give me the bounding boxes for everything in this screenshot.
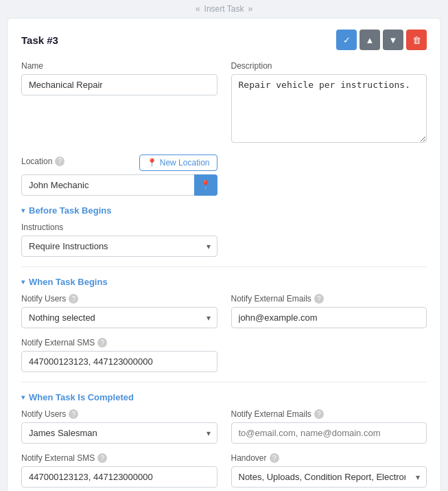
insert-task-top[interactable]: « Insert Task » — [0, 0, 448, 18]
name-description-row: Name Description Repair vehicle per inst… — [21, 61, 427, 145]
when-begins-notify-users-select[interactable]: Nothing selected — [21, 307, 217, 328]
when-begins-notify-emails-col: Notify External Emails ? — [231, 294, 427, 328]
when-task-completed-header[interactable]: ▾ When Task Is Completed — [21, 392, 427, 402]
instructions-col: Instructions Require Instructions ▾ — [21, 222, 217, 257]
insert-task-top-right-arrow: » — [248, 4, 252, 14]
location-label: Location ? — [21, 157, 64, 166]
when-completed-handover-select-wrapper: Notes, Uploads, Condition Report, Electr… — [231, 466, 427, 488]
when-begins-notify-users-col: Notify Users ? Nothing selected ▾ — [21, 294, 217, 328]
instructions-spacer — [231, 222, 427, 257]
when-completed-notify-emails-input[interactable] — [231, 422, 427, 444]
when-completed-notify-users-select[interactable]: James Salesman — [21, 422, 217, 444]
when-begins-notify-emails-help[interactable]: ? — [314, 294, 324, 304]
when-begins-sms-spacer — [231, 338, 427, 372]
when-completed-sms-handover-row: Notify External SMS ? Handover ? Notes, … — [21, 453, 427, 488]
when-completed-notify-emails-label: Notify External Emails ? — [231, 409, 427, 419]
task-card: Task #3 ✓ ▲ ▼ 🗑 Name — [7, 18, 441, 491]
location-input-wrapper: 📍 — [21, 174, 217, 196]
location-input[interactable] — [21, 174, 217, 196]
delete-button[interactable]: 🗑 — [406, 30, 427, 50]
when-begins-notify-users-select-wrapper: Nothing selected ▾ — [21, 307, 217, 328]
when-completed-label: When Task Is Completed — [29, 392, 134, 402]
before-task-begins-header[interactable]: ▾ Before Task Begins — [21, 205, 427, 216]
when-completed-handover-select[interactable]: Notes, Uploads, Condition Report, Electr… — [231, 466, 427, 488]
when-begins-notify-emails-label: Notify External Emails ? — [231, 294, 427, 304]
location-field-col: Location ? 📍 New Location 📍 — [21, 155, 217, 196]
check-button[interactable]: ✓ — [336, 30, 357, 50]
trash-icon: 🗑 — [412, 35, 421, 45]
description-field-col: Description Repair vehicle per instructi… — [231, 61, 427, 145]
when-begins-sms-help[interactable]: ? — [97, 338, 107, 347]
location-help-icon[interactable]: ? — [55, 157, 64, 166]
move-down-button[interactable]: ▼ — [383, 30, 403, 50]
instructions-label: Instructions — [21, 222, 217, 232]
name-label: Name — [21, 61, 217, 71]
when-completed-notify-users-col: Notify Users ? James Salesman ▾ — [21, 409, 217, 444]
new-location-button[interactable]: 📍 New Location — [139, 155, 217, 171]
when-completed-notify-emails-help[interactable]: ? — [314, 409, 324, 419]
when-begins-sms-row: Notify External SMS ? — [21, 338, 427, 372]
when-begins-sms-label: Notify External SMS ? — [21, 338, 217, 347]
instructions-row: Instructions Require Instructions ▾ — [21, 222, 427, 257]
when-begins-chevron: ▾ — [21, 278, 25, 286]
description-label: Description — [231, 61, 427, 71]
section-divider-1 — [21, 266, 427, 267]
insert-task-top-label: Insert Task — [204, 4, 244, 14]
location-pin-icon: 📍 — [200, 180, 211, 190]
when-completed-sms-help[interactable]: ? — [97, 453, 107, 463]
before-task-chevron: ▾ — [21, 207, 25, 214]
pin-icon: 📍 — [147, 158, 157, 168]
location-row: Location ? 📍 New Location 📍 — [21, 155, 427, 196]
when-completed-notify-emails-col: Notify External Emails ? — [231, 409, 427, 444]
toolbar-buttons: ✓ ▲ ▼ 🗑 — [336, 30, 427, 50]
when-completed-notify-users-select-wrapper: James Salesman ▾ — [21, 422, 217, 444]
instructions-select-wrapper: Require Instructions ▾ — [21, 236, 217, 257]
when-completed-notify-users-help[interactable]: ? — [69, 409, 78, 419]
when-begins-notify-users-label: Notify Users ? — [21, 294, 217, 304]
before-task-label: Before Task Begins — [29, 205, 111, 216]
when-completed-notify-users-label: Notify Users ? — [21, 409, 217, 419]
when-begins-notify-users-help[interactable]: ? — [69, 294, 78, 304]
insert-task-top-left-arrow: « — [196, 4, 200, 14]
up-arrow-icon: ▲ — [366, 35, 375, 45]
when-completed-handover-help[interactable]: ? — [270, 453, 279, 463]
task-header: Task #3 ✓ ▲ ▼ 🗑 — [21, 30, 427, 50]
section-divider-2 — [21, 382, 427, 382]
when-begins-notify-row: Notify Users ? Nothing selected ▾ Notify… — [21, 294, 427, 328]
when-begins-sms-col: Notify External SMS ? — [21, 338, 217, 372]
check-icon: ✓ — [343, 35, 351, 45]
when-completed-chevron: ▾ — [21, 393, 25, 401]
instructions-select[interactable]: Require Instructions — [21, 236, 217, 257]
location-pin-button[interactable]: 📍 — [194, 174, 217, 196]
description-spacer — [231, 155, 427, 196]
when-begins-sms-input[interactable] — [21, 351, 217, 372]
move-up-button[interactable]: ▲ — [359, 30, 380, 50]
when-begins-label: When Task Begins — [29, 277, 108, 287]
down-arrow-icon: ▼ — [389, 35, 398, 45]
when-completed-handover-col: Handover ? Notes, Uploads, Condition Rep… — [231, 453, 427, 488]
description-textarea[interactable]: Repair vehicle per instructions. — [231, 74, 427, 143]
when-completed-sms-col: Notify External SMS ? — [21, 453, 217, 488]
when-completed-sms-label: Notify External SMS ? — [21, 453, 217, 463]
name-field-col: Name — [21, 61, 217, 145]
when-task-begins-header[interactable]: ▾ When Task Begins — [21, 277, 427, 287]
when-completed-notify-row: Notify Users ? James Salesman ▾ Notify E… — [21, 409, 427, 444]
task-title: Task #3 — [21, 34, 58, 46]
name-input[interactable] — [21, 74, 217, 95]
when-completed-sms-input[interactable] — [21, 466, 217, 488]
location-header: Location ? 📍 New Location — [21, 155, 217, 171]
when-begins-notify-emails-input[interactable] — [231, 307, 427, 328]
when-completed-handover-label: Handover ? — [231, 453, 427, 463]
